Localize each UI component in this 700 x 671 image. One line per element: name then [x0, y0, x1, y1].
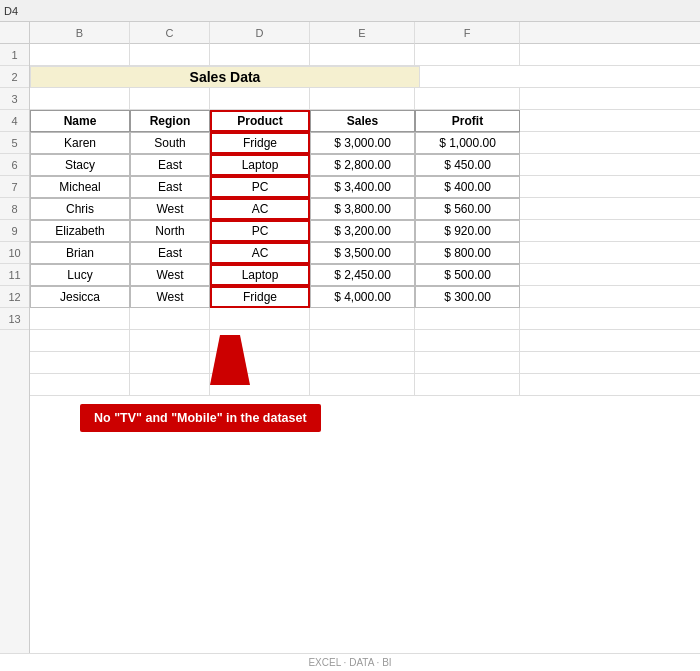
row-15 — [30, 352, 700, 374]
cell-d14[interactable] — [210, 330, 310, 352]
cell-d5[interactable]: Fridge — [210, 132, 310, 154]
row-9: Elizabeth North PC $ 3,200.00 $ 920.00 — [30, 220, 700, 242]
cell-b15[interactable] — [30, 352, 130, 374]
cell-e8[interactable]: $ 3,800.00 — [310, 198, 415, 220]
row-num-2: 2 — [0, 66, 29, 88]
cell-rest-8 — [520, 198, 700, 220]
cell-f6[interactable]: $ 450.00 — [415, 154, 520, 176]
cell-c6[interactable]: East — [130, 154, 210, 176]
cell-c5[interactable]: South — [130, 132, 210, 154]
cell-f5[interactable]: $ 1,000.00 — [415, 132, 520, 154]
cell-f3[interactable] — [415, 88, 520, 110]
cell-d7[interactable]: PC — [210, 176, 310, 198]
spreadsheet: D4 B C D E F 1 2 3 4 5 6 7 8 9 10 11 12 — [0, 0, 700, 671]
cell-c8[interactable]: West — [130, 198, 210, 220]
cell-f9[interactable]: $ 920.00 — [415, 220, 520, 242]
cell-rest-6 — [520, 154, 700, 176]
cell-d8[interactable]: AC — [210, 198, 310, 220]
cell-d12[interactable]: Fridge — [210, 286, 310, 308]
cell-b13[interactable] — [30, 308, 130, 330]
cell-c3[interactable] — [130, 88, 210, 110]
row-10: Brian East AC $ 3,500.00 $ 800.00 — [30, 242, 700, 264]
cell-b5[interactable]: Karen — [30, 132, 130, 154]
col-header-b: B — [30, 22, 130, 44]
cell-b16[interactable] — [30, 374, 130, 396]
cell-reference: D4 — [4, 5, 18, 17]
cell-b11[interactable]: Lucy — [30, 264, 130, 286]
cell-f1[interactable] — [415, 44, 520, 66]
cell-c1[interactable] — [130, 44, 210, 66]
row-num-5: 5 — [0, 132, 29, 154]
cell-c11[interactable]: West — [130, 264, 210, 286]
header-profit: Profit — [415, 110, 520, 132]
cell-e7[interactable]: $ 3,400.00 — [310, 176, 415, 198]
cell-f8[interactable]: $ 560.00 — [415, 198, 520, 220]
cell-c12[interactable]: West — [130, 286, 210, 308]
cell-f14[interactable] — [415, 330, 520, 352]
cell-d13[interactable] — [210, 308, 310, 330]
cell-d10[interactable]: AC — [210, 242, 310, 264]
cell-e5[interactable]: $ 3,000.00 — [310, 132, 415, 154]
cell-e16[interactable] — [310, 374, 415, 396]
cell-d15[interactable] — [210, 352, 310, 374]
cell-d3[interactable] — [210, 88, 310, 110]
cell-f11[interactable]: $ 500.00 — [415, 264, 520, 286]
cell-d1[interactable] — [210, 44, 310, 66]
cell-c7[interactable]: East — [130, 176, 210, 198]
cell-b3[interactable] — [30, 88, 130, 110]
cell-b1[interactable] — [30, 44, 130, 66]
cell-e3[interactable] — [310, 88, 415, 110]
cell-c16[interactable] — [130, 374, 210, 396]
cell-e14[interactable] — [310, 330, 415, 352]
cell-e10[interactable]: $ 3,500.00 — [310, 242, 415, 264]
cell-c10[interactable]: East — [130, 242, 210, 264]
cell-rest-13 — [520, 308, 700, 330]
cell-c13[interactable] — [130, 308, 210, 330]
cell-d16[interactable] — [210, 374, 310, 396]
cell-d11[interactable]: Laptop — [210, 264, 310, 286]
cell-rest-16 — [520, 374, 700, 396]
cell-b8[interactable]: Chris — [30, 198, 130, 220]
cell-c15[interactable] — [130, 352, 210, 374]
cell-d9[interactable]: PC — [210, 220, 310, 242]
watermark-text: EXCEL · DATA · BI — [308, 657, 391, 668]
header-sales: Sales — [310, 110, 415, 132]
cell-e1[interactable] — [310, 44, 415, 66]
row-num-8: 8 — [0, 198, 29, 220]
cell-c9[interactable]: North — [130, 220, 210, 242]
row-num-12: 12 — [0, 286, 29, 308]
cell-e9[interactable]: $ 3,200.00 — [310, 220, 415, 242]
cell-f15[interactable] — [415, 352, 520, 374]
cell-f7[interactable]: $ 400.00 — [415, 176, 520, 198]
cell-b9[interactable]: Elizabeth — [30, 220, 130, 242]
col-header-f: F — [415, 22, 520, 44]
row-14 — [30, 330, 700, 352]
cell-e6[interactable]: $ 2,800.00 — [310, 154, 415, 176]
cell-f13[interactable] — [415, 308, 520, 330]
cell-e12[interactable]: $ 4,000.00 — [310, 286, 415, 308]
row-num-7: 7 — [0, 176, 29, 198]
cell-b12[interactable]: Jesicca — [30, 286, 130, 308]
cell-b10[interactable]: Brian — [30, 242, 130, 264]
cell-f10[interactable]: $ 800.00 — [415, 242, 520, 264]
watermark-bar: EXCEL · DATA · BI — [0, 653, 700, 671]
row-6: Stacy East Laptop $ 2,800.00 $ 450.00 — [30, 154, 700, 176]
row-12: Jesicca West Fridge $ 4,000.00 $ 300.00 — [30, 286, 700, 308]
cell-b7[interactable]: Micheal — [30, 176, 130, 198]
cell-e11[interactable]: $ 2,450.00 — [310, 264, 415, 286]
title-text: Sales Data — [35, 69, 415, 85]
cell-d6[interactable]: Laptop — [210, 154, 310, 176]
row-headers: 1 2 3 4 5 6 7 8 9 10 11 12 13 — [0, 44, 30, 653]
row-num-4: 4 — [0, 110, 29, 132]
header-product: Product — [210, 110, 310, 132]
corner-cell — [0, 22, 30, 44]
cell-b14[interactable] — [30, 330, 130, 352]
cell-f12[interactable]: $ 300.00 — [415, 286, 520, 308]
cell-c14[interactable] — [130, 330, 210, 352]
formula-bar: D4 — [0, 0, 700, 22]
cell-e15[interactable] — [310, 352, 415, 374]
cell-b6[interactable]: Stacy — [30, 154, 130, 176]
row-5: Karen South Fridge $ 3,000.00 $ 1,000.00 — [30, 132, 700, 154]
cell-e13[interactable] — [310, 308, 415, 330]
cell-f16[interactable] — [415, 374, 520, 396]
